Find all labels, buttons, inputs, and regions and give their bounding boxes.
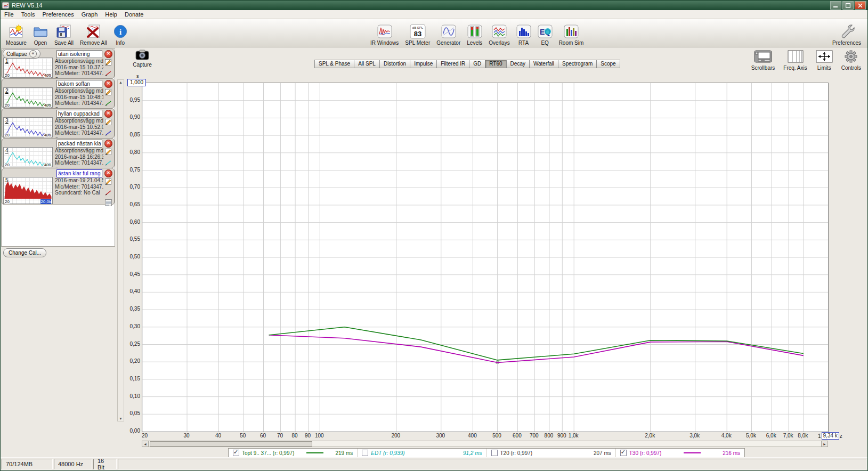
delete-measurement-button[interactable]: ✕	[104, 110, 112, 118]
y-axis-limit-input[interactable]: 1,000	[127, 79, 146, 86]
menu-tools[interactable]: Tools	[18, 11, 39, 18]
plot-area[interactable]	[142, 83, 829, 432]
measurement-info-line: 2016-mar-18 16:26:34	[55, 154, 102, 160]
tab-spl-phase[interactable]: SPL & Phase	[314, 60, 354, 68]
tab-gd[interactable]: GD	[469, 60, 485, 68]
close-button[interactable]	[855, 1, 866, 10]
sidebar-scrollbar[interactable]: ▲ ▼	[117, 79, 124, 421]
capture-button[interactable]: Capture	[131, 50, 153, 68]
measurement-title-input[interactable]	[56, 169, 102, 177]
ir-windows-button[interactable]: IR Windows	[367, 20, 402, 46]
controls-button[interactable]: Controls	[841, 50, 861, 71]
menu-donate[interactable]: Donate	[121, 11, 147, 18]
generator-button[interactable]: Generator	[433, 20, 464, 46]
legend-checkbox[interactable]	[620, 450, 627, 456]
freq-axis-button[interactable]: Freq. Axis	[783, 50, 807, 71]
measurement-panel-2[interactable]: ✕220400Absorptionsvägg mdst2016-mar-15 1…	[2, 78, 115, 109]
legend-checkbox[interactable]	[233, 450, 239, 456]
tab-impulse[interactable]: Impulse	[410, 60, 437, 68]
tab-waterfall[interactable]: Waterfall	[530, 60, 558, 68]
eq-button[interactable]: EQEQ	[534, 20, 556, 46]
tab-spectrogram[interactable]: Spectrogram	[558, 60, 597, 68]
measurement-notes-icon[interactable]	[105, 88, 112, 98]
tab-distortion[interactable]: Distortion	[380, 60, 410, 68]
measurement-thumbnail[interactable]: 320400	[3, 117, 53, 137]
scrollbars-button[interactable]: Scrollbars	[751, 50, 775, 71]
info-button[interactable]: iInfo	[110, 20, 131, 46]
measurement-notes-icon[interactable]	[105, 177, 112, 187]
scroll-up-icon[interactable]: ▲	[118, 80, 124, 84]
trace-color-icon[interactable]	[105, 188, 112, 198]
collapse-button[interactable]: Collapse «	[3, 49, 40, 59]
remove-all-button[interactable]: Remove All	[77, 20, 110, 46]
measurement-title-input[interactable]	[56, 140, 102, 148]
change-cal-button[interactable]: Change Cal...	[3, 248, 46, 257]
tab-rt60[interactable]: RT60	[485, 60, 506, 68]
scroll-right-icon[interactable]: ►	[821, 441, 828, 447]
measurement-info-line: Absorptionsvägg mdst	[55, 148, 102, 154]
measurement-notes-icon[interactable]	[105, 58, 112, 68]
chart-h-scrollbar[interactable]: ◄ ►	[142, 441, 828, 447]
x-tick-label: 2,0k	[645, 433, 655, 438]
measurement-notes-icon[interactable]	[105, 148, 112, 157]
measurement-details-icon[interactable]	[105, 199, 112, 208]
delete-measurement-button[interactable]: ✕	[104, 50, 112, 58]
x-axis-limit-input[interactable]: 9,34 k	[822, 432, 839, 440]
trace-color-icon[interactable]	[105, 158, 112, 168]
menu-help[interactable]: Help	[101, 11, 121, 18]
levels-label: Levels	[467, 40, 482, 46]
minimize-button[interactable]	[830, 1, 841, 10]
tab-scope[interactable]: Scope	[597, 60, 620, 68]
menu-graph[interactable]: Graph	[78, 11, 102, 18]
trace-color-icon[interactable]	[105, 99, 112, 108]
overlays-label: Overlays	[489, 40, 509, 46]
x-tick-label: 800	[545, 433, 554, 438]
tab-filtered-ir[interactable]: Filtered IR	[437, 60, 469, 68]
save-all-button[interactable]: Save All	[51, 20, 77, 46]
scroll-left-icon[interactable]: ◄	[142, 441, 149, 447]
delete-measurement-button[interactable]: ✕	[104, 169, 112, 177]
measurement-panel-5[interactable]: ✕52020,0k2016-mar-19 21.04.55Mic/Meter: …	[2, 168, 115, 205]
measurement-panel-4[interactable]: ✕420400Absorptionsvägg mdst2016-mar-18 1…	[2, 138, 115, 168]
measurement-panel-3[interactable]: ✕320400Absorptionsvägg mdst2016-mar-15 1…	[2, 108, 115, 139]
capture-icon	[135, 50, 149, 61]
measurement-notes-icon[interactable]	[105, 118, 112, 127]
spl-meter-button[interactable]: dB SPL83SPL Meter	[402, 20, 433, 46]
overlays-button[interactable]: Overlays	[485, 20, 513, 46]
legend-label: T30 (r: 0,997)	[629, 450, 662, 456]
maximize-button[interactable]	[842, 1, 854, 10]
measure-button[interactable]: Measure	[3, 20, 30, 46]
y-tick-label: 0,50	[127, 254, 140, 259]
tab-all-spl[interactable]: All SPL	[354, 60, 380, 68]
measurement-title-input[interactable]	[56, 50, 102, 58]
menu-file[interactable]: File	[1, 11, 18, 18]
measurement-thumbnail[interactable]: 220400	[3, 87, 53, 108]
trace-color-icon[interactable]	[105, 69, 112, 78]
measurement-title-input[interactable]	[56, 110, 102, 118]
scroll-down-icon[interactable]: ▼	[118, 417, 124, 420]
measurement-thumbnail[interactable]: 52020,0k	[3, 177, 53, 204]
h-scrollbar-track[interactable]	[149, 441, 821, 447]
h-scrollbar-thumb[interactable]	[150, 441, 312, 446]
delete-measurement-button[interactable]: ✕	[104, 140, 112, 148]
rta-button[interactable]: RTA	[513, 20, 534, 46]
trace-color-icon[interactable]	[105, 128, 112, 138]
tab-decay[interactable]: Decay	[507, 60, 530, 68]
open-button[interactable]: Open	[30, 20, 51, 46]
scrollbars-label: Scrollbars	[751, 65, 775, 71]
measurement-thumbnail[interactable]: 420400	[3, 147, 53, 167]
y-tick-label: 0,30	[127, 323, 140, 329]
room-sim-button[interactable]: Room Sim	[556, 20, 587, 46]
legend-checkbox[interactable]	[362, 450, 368, 456]
limits-button[interactable]: Limits	[816, 50, 833, 71]
levels-button[interactable]: Levels	[464, 20, 485, 46]
y-tick-label: 0,20	[127, 358, 140, 364]
y-tick-label: 0,45	[127, 271, 140, 277]
delete-measurement-button[interactable]: ✕	[104, 80, 112, 88]
x-tick-label: 300	[436, 433, 445, 438]
menu-preferences[interactable]: Preferences	[38, 11, 77, 18]
measurement-title-input[interactable]	[56, 80, 102, 88]
legend-checkbox[interactable]	[491, 450, 498, 456]
preferences-button[interactable]: Preferences	[829, 20, 864, 46]
measurement-thumbnail[interactable]: 120400	[3, 58, 53, 78]
